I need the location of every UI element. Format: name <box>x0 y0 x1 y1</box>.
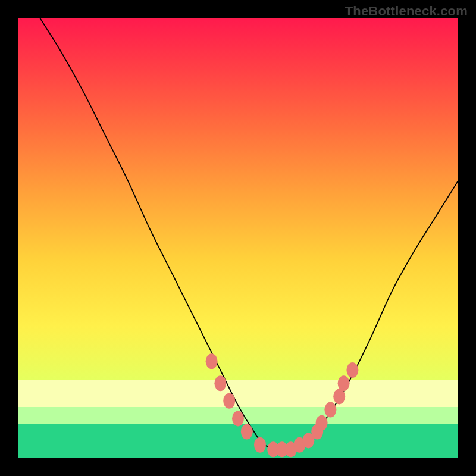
chart-svg <box>18 18 458 458</box>
highlight-marker <box>223 393 235 409</box>
highlight-marker <box>338 375 350 391</box>
highlight-marker <box>346 362 358 378</box>
highlight-marker <box>333 389 345 404</box>
highlight-marker <box>206 353 218 369</box>
highlight-marker <box>254 437 266 453</box>
highlight-marker <box>214 375 226 391</box>
bottleneck-curve <box>40 18 458 450</box>
brand-watermark: TheBottleneck.com <box>345 4 468 19</box>
highlight-marker <box>232 411 244 426</box>
chart-plot-area <box>18 18 458 458</box>
highlight-marker <box>324 402 336 418</box>
highlight-marker <box>316 415 328 431</box>
highlight-marker <box>241 424 253 440</box>
